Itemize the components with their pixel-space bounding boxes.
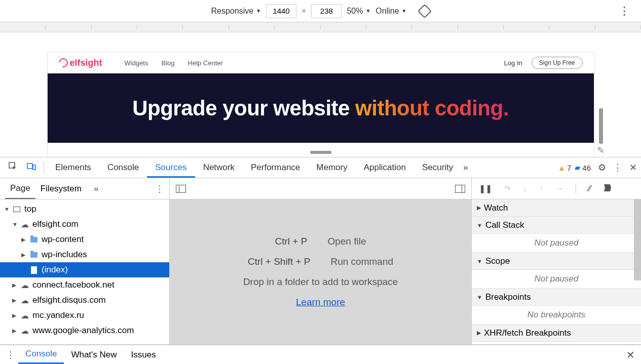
viewport-preview: elfsight Widgets Blog Help Center Log In…	[0, 32, 641, 157]
pause-icon[interactable]: ❚❚	[479, 184, 492, 193]
section-xhr[interactable]: ▶XHR/fetch Breakpoints	[472, 325, 641, 342]
warning-icon: ▲	[558, 164, 565, 172]
viewport-ruler	[0, 22, 641, 32]
throttle-dropdown[interactable]: Online	[375, 7, 406, 16]
tab-elements[interactable]: Elements	[47, 157, 99, 178]
tree-domain-ga[interactable]: ▶☁www.google-analytics.com	[0, 323, 169, 338]
debugger-pane: ❚❚ ↷ ↓ ↑ → ⁄⁄ ▶Watch ▼Call Stack Not pau…	[472, 178, 641, 344]
callstack-body: Not paused	[472, 234, 641, 253]
step-out-icon[interactable]: ↑	[539, 184, 543, 193]
hint-openfile-label: Open file	[327, 236, 366, 247]
devtools-menu-icon[interactable]: ⋮	[613, 162, 622, 173]
section-callstack[interactable]: ▼Call Stack	[472, 217, 641, 234]
preview-scrollbar[interactable]	[599, 108, 603, 144]
tab-console[interactable]: Console	[99, 157, 147, 178]
tree-domain-disqus[interactable]: ▶☁elfsight.disqus.com	[0, 293, 169, 308]
site-hero: Upgrade your website without coding.	[48, 73, 594, 143]
folder-icon	[30, 252, 37, 258]
tab-memory[interactable]: Memory	[308, 157, 355, 178]
nav-blog[interactable]: Blog	[161, 59, 174, 67]
step-into-icon[interactable]: ↓	[523, 184, 527, 193]
debugger-scrollbar[interactable]	[634, 199, 641, 280]
tree-top[interactable]: ▼top	[0, 201, 169, 217]
cloud-icon: ☁	[20, 280, 29, 290]
issues-badges[interactable]: ▲7 ▰46	[558, 163, 591, 172]
hero-text-prefix: Upgrade your website	[132, 96, 355, 120]
file-icon	[31, 266, 37, 274]
section-breakpoints[interactable]: ▼Breakpoints	[472, 289, 641, 306]
tab-performance[interactable]: Performance	[243, 157, 308, 178]
hint-runcmd-key: Ctrl + Shift + P	[248, 256, 311, 267]
hint-openfile-key: Ctrl + P	[275, 236, 308, 247]
tree-domain-yandex[interactable]: ▶☁mc.yandex.ru	[0, 308, 169, 323]
signup-button[interactable]: Sign Up Free	[532, 57, 583, 69]
settings-icon[interactable]: ⚙	[598, 162, 606, 173]
tree-folder-wpcontent[interactable]: ▶wp-content	[0, 232, 169, 247]
nav-help[interactable]: Help Center	[188, 59, 223, 67]
drawer-close-icon[interactable]: ✕	[626, 349, 635, 361]
learn-more-link[interactable]: Learn more	[296, 297, 345, 308]
tab-network[interactable]: Network	[195, 157, 243, 178]
drawer-tab-console[interactable]: Console	[18, 345, 64, 364]
cloud-icon: ☁	[20, 296, 29, 305]
preview-frame: elfsight Widgets Blog Help Center Log In…	[47, 52, 594, 157]
hero-text-accent: without coding.	[355, 96, 509, 120]
step-over-icon[interactable]: ↷	[504, 184, 511, 193]
site-logo[interactable]: elfsight	[59, 58, 102, 68]
device-toolbar-menu-icon[interactable]: ⋮	[619, 5, 630, 18]
svg-rect-2	[33, 165, 35, 170]
breakpoints-body: No breakpoints	[472, 306, 641, 325]
toggle-debugger-icon[interactable]	[455, 185, 465, 193]
toggle-navigator-icon[interactable]	[176, 185, 186, 193]
responsive-dropdown[interactable]: Responsive	[211, 7, 261, 16]
hint-drop: Drop in a folder to add to workspace	[243, 276, 398, 288]
tab-application[interactable]: Application	[356, 157, 414, 178]
nav-tab-page[interactable]: Page	[5, 178, 35, 199]
more-tabs-icon[interactable]: »	[463, 163, 468, 173]
debug-toolbar: ❚❚ ↷ ↓ ↑ → ⁄⁄	[472, 178, 641, 199]
login-link[interactable]: Log In	[504, 59, 522, 67]
drawer-tab-whatsnew[interactable]: What's New	[64, 345, 124, 364]
step-icon[interactable]: →	[555, 184, 563, 193]
nav-tab-filesystem[interactable]: Filesystem	[35, 178, 87, 199]
drawer-menu-icon[interactable]: ⋮	[6, 349, 15, 360]
tree-file-index[interactable]: (index)	[0, 262, 169, 277]
cloud-icon: ☁	[20, 326, 29, 336]
cloud-icon: ☁	[20, 311, 29, 320]
device-toolbar: Responsive × 50% Online ⋮	[0, 0, 641, 22]
cloud-icon: ☁	[20, 220, 29, 229]
section-scope[interactable]: ▼Scope	[472, 253, 641, 270]
resize-grip[interactable]	[310, 151, 331, 154]
nav-widgets[interactable]: Widgets	[125, 59, 148, 67]
close-devtools-icon[interactable]: ✕	[629, 162, 637, 173]
sources-panel: Page Filesystem » ⋮ ▼top ▼☁elfsight.com …	[0, 178, 641, 345]
tab-security[interactable]: Security	[414, 157, 461, 178]
frame-icon	[13, 207, 20, 212]
edit-icon[interactable]: ✎	[597, 145, 605, 156]
section-watch[interactable]: ▶Watch	[472, 199, 641, 217]
viewport-height-input[interactable]	[311, 4, 342, 18]
tab-sources[interactable]: Sources	[147, 157, 195, 178]
drawer-tab-issues[interactable]: Issues	[124, 345, 163, 364]
svg-rect-1	[27, 164, 32, 169]
scope-body: Not paused	[472, 270, 641, 289]
elfsight-logo-icon	[57, 56, 69, 69]
nav-more-tabs-icon[interactable]: »	[94, 184, 98, 194]
viewport-width-input[interactable]	[266, 4, 296, 18]
folder-icon	[30, 237, 37, 242]
zoom-dropdown[interactable]: 50%	[347, 7, 370, 16]
tree-domain-facebook[interactable]: ▶☁connect.facebook.net	[0, 277, 169, 293]
pause-exceptions-icon[interactable]	[603, 183, 612, 194]
tree-domain[interactable]: ▼☁elfsight.com	[0, 217, 169, 232]
editor-placeholder: Ctrl + POpen file Ctrl + Shift + PRun co…	[170, 199, 471, 344]
rotate-icon[interactable]	[418, 4, 432, 18]
sources-navigator: Page Filesystem » ⋮ ▼top ▼☁elfsight.com …	[0, 178, 170, 344]
editor-pane: Ctrl + POpen file Ctrl + Shift + PRun co…	[170, 178, 472, 344]
devtools-tabbar: Elements Console Sources Network Perform…	[0, 157, 641, 178]
deactivate-breakpoints-icon[interactable]: ⁄⁄	[588, 184, 591, 193]
dimension-separator: ×	[301, 7, 306, 16]
nav-menu-icon[interactable]: ⋮	[155, 183, 164, 194]
device-mode-icon[interactable]	[26, 162, 36, 174]
tree-folder-wpincludes[interactable]: ▶wp-includes	[0, 247, 169, 262]
inspect-element-icon[interactable]	[8, 162, 18, 174]
